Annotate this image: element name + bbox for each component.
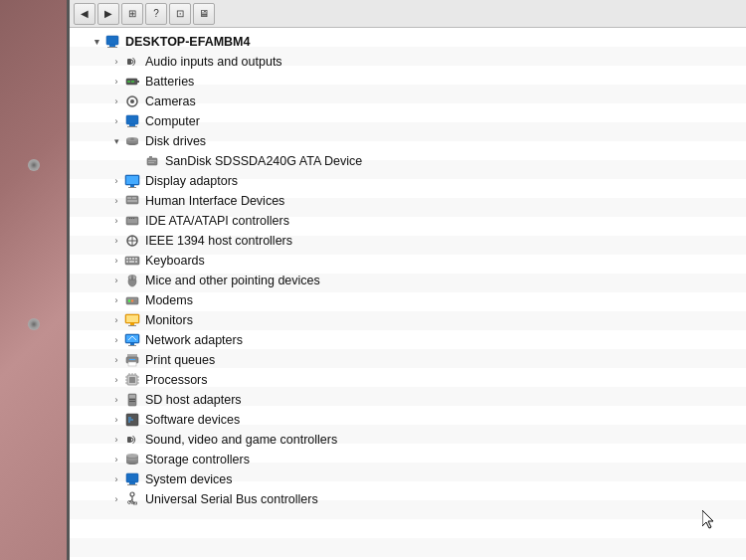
svg-rect-7 bbox=[131, 81, 134, 83]
monitors-icon bbox=[123, 312, 141, 328]
modems-expander[interactable] bbox=[109, 293, 123, 307]
tree-item-batteries[interactable]: Batteries bbox=[70, 72, 746, 92]
svg-rect-38 bbox=[126, 258, 128, 260]
svg-rect-19 bbox=[148, 160, 156, 161]
display-icon bbox=[123, 173, 141, 189]
computer-expander[interactable] bbox=[109, 114, 123, 128]
system-expander[interactable] bbox=[109, 472, 123, 486]
toolbar-btn4[interactable]: 🖥 bbox=[193, 3, 215, 25]
tree-item-mice[interactable]: Mice and other pointing devices bbox=[70, 271, 746, 290]
monitors-expander[interactable] bbox=[109, 313, 123, 327]
svg-rect-65 bbox=[128, 362, 136, 366]
device-tree[interactable]: DESKTOP-EFAMBM4 Audio inputs and outputs bbox=[70, 28, 746, 560]
ieee-expander[interactable] bbox=[109, 234, 123, 248]
svg-rect-68 bbox=[129, 377, 135, 383]
processors-expander[interactable] bbox=[109, 373, 123, 387]
mice-label: Mice and other pointing devices bbox=[145, 274, 320, 287]
svg-rect-60 bbox=[128, 345, 136, 346]
keyboards-icon bbox=[123, 253, 141, 269]
left-border bbox=[0, 0, 70, 560]
forward-button[interactable]: ▶ bbox=[97, 3, 119, 25]
ide-expander[interactable] bbox=[109, 214, 123, 228]
keyboards-label: Keyboards bbox=[145, 254, 205, 268]
tree-item-ieee[interactable]: IEEE 1394 host controllers bbox=[70, 231, 746, 251]
svg-rect-79 bbox=[129, 395, 135, 398]
toolbar-btn3[interactable]: ⊡ bbox=[169, 3, 191, 25]
back-button[interactable]: ◀ bbox=[74, 3, 95, 25]
svg-rect-66 bbox=[129, 359, 135, 360]
tree-item-audio[interactable]: Audio inputs and outputs bbox=[70, 52, 746, 72]
software-expander[interactable] bbox=[109, 413, 123, 427]
tree-item-processors[interactable]: Processors bbox=[70, 370, 746, 390]
tree-item-system[interactable]: System devices bbox=[70, 469, 746, 489]
usb-expander[interactable] bbox=[109, 492, 123, 506]
ide-label: IDE ATA/ATAPI controllers bbox=[145, 214, 289, 228]
svg-rect-12 bbox=[127, 126, 137, 127]
svg-rect-41 bbox=[135, 258, 137, 260]
svg-rect-59 bbox=[130, 343, 134, 345]
tree-item-network[interactable]: Network adapters bbox=[70, 330, 746, 350]
svg-rect-80 bbox=[129, 399, 135, 400]
tree-item-hid[interactable]: Human Interface Devices bbox=[70, 191, 746, 211]
tree-item-monitors[interactable]: Monitors bbox=[70, 310, 746, 330]
disk-expander[interactable] bbox=[109, 134, 123, 148]
tree-item-disk[interactable]: Disk drives bbox=[70, 131, 746, 151]
tree-item-print[interactable]: Print queues bbox=[70, 350, 746, 370]
toolbar-btn2[interactable]: ? bbox=[145, 3, 167, 25]
mice-expander[interactable] bbox=[109, 274, 123, 287]
sound-expander[interactable] bbox=[109, 433, 123, 447]
svg-rect-18 bbox=[149, 156, 152, 159]
tree-root[interactable]: DESKTOP-EFAMBM4 bbox=[70, 32, 746, 52]
svg-rect-31 bbox=[129, 218, 130, 219]
toolbar-btn1[interactable]: ⊞ bbox=[121, 3, 143, 25]
svg-rect-26 bbox=[127, 197, 131, 199]
tree-item-computer[interactable]: Computer bbox=[70, 111, 746, 131]
sandisk-icon bbox=[143, 153, 161, 169]
svg-rect-30 bbox=[127, 219, 137, 223]
mice-icon bbox=[123, 273, 141, 288]
hid-expander[interactable] bbox=[109, 194, 123, 208]
tree-item-modems[interactable]: Modems bbox=[70, 290, 746, 310]
tree-item-sandisk[interactable]: SanDisk SDSSDA240G ATA Device bbox=[70, 151, 746, 171]
root-expander[interactable] bbox=[90, 35, 103, 49]
network-expander[interactable] bbox=[109, 333, 123, 347]
svg-rect-24 bbox=[128, 187, 136, 188]
tree-item-ide[interactable]: IDE ATA/ATAPI controllers bbox=[70, 211, 746, 231]
sd-expander[interactable] bbox=[109, 393, 123, 407]
tree-item-cameras[interactable]: Cameras bbox=[70, 92, 746, 111]
svg-rect-17 bbox=[147, 158, 157, 165]
tree-item-keyboards[interactable]: Keyboards bbox=[70, 251, 746, 271]
tree-item-sound[interactable]: Sound, video and game controllers bbox=[70, 430, 746, 450]
tree-item-display[interactable]: Display adaptors bbox=[70, 171, 746, 191]
tree-item-sd[interactable]: SD host adapters bbox=[70, 390, 746, 410]
audio-expander[interactable] bbox=[109, 55, 123, 69]
svg-point-91 bbox=[126, 454, 138, 458]
processors-icon bbox=[123, 372, 141, 388]
storage-label: Storage controllers bbox=[145, 453, 250, 467]
storage-expander[interactable] bbox=[109, 453, 123, 467]
batteries-icon bbox=[123, 74, 141, 90]
audio-icon bbox=[123, 54, 141, 70]
svg-rect-43 bbox=[129, 261, 134, 263]
processors-label: Processors bbox=[145, 373, 208, 387]
batteries-expander[interactable] bbox=[109, 75, 123, 89]
sound-icon bbox=[123, 432, 141, 448]
display-expander[interactable] bbox=[109, 174, 123, 188]
svg-rect-10 bbox=[126, 115, 138, 124]
software-label: Software devices bbox=[145, 413, 240, 427]
monitors-label: Monitors bbox=[145, 313, 193, 327]
svg-rect-33 bbox=[133, 218, 134, 219]
root-label: DESKTOP-EFAMBM4 bbox=[125, 35, 250, 49]
cameras-expander[interactable] bbox=[109, 94, 123, 108]
network-icon bbox=[123, 332, 141, 348]
tree-item-software[interactable]: Software devices bbox=[70, 410, 746, 430]
svg-point-9 bbox=[130, 99, 134, 103]
tree-item-storage[interactable]: Storage controllers bbox=[70, 450, 746, 469]
print-icon bbox=[123, 352, 141, 368]
svg-rect-32 bbox=[131, 218, 132, 219]
print-expander[interactable] bbox=[109, 353, 123, 367]
computer-icon2 bbox=[123, 113, 141, 129]
tree-item-usb[interactable]: Universal Serial Bus controllers bbox=[70, 489, 746, 509]
keyboards-expander[interactable] bbox=[109, 254, 123, 268]
disk-label: Disk drives bbox=[145, 134, 206, 148]
